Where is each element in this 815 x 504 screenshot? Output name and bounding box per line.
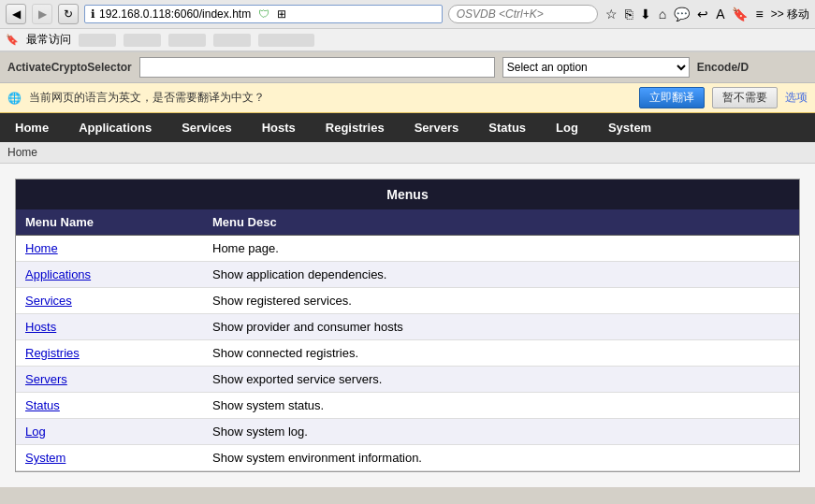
nav-home[interactable]: Home <box>0 113 64 142</box>
menu-name-cell: Services <box>16 288 203 314</box>
translation-bar: 🌐 当前网页的语言为英文，是否需要翻译为中文？ 立即翻译 暂不需要 选项 <box>0 83 815 113</box>
table-header-row: Menu Name Menu Desc <box>16 209 799 236</box>
menu-desc-cell: Show connected registries. <box>203 340 799 367</box>
menu-link[interactable]: Home <box>25 241 58 255</box>
content-area: Menus Menu Name Menu Desc HomeHome page.… <box>0 164 815 487</box>
menu-desc-cell: Show system environment information. <box>203 445 799 471</box>
menu-name-cell: Servers <box>16 367 203 393</box>
menu-link[interactable]: Registries <box>25 346 80 360</box>
bookmark-thumb-3[interactable] <box>168 34 206 47</box>
nav-hosts[interactable]: Hosts <box>247 113 311 142</box>
more-icon[interactable]: >> 移动 <box>771 7 809 22</box>
menu-desc-cell: Show application dependencies. <box>203 262 799 288</box>
table-row: ServicesShow registered services. <box>16 288 799 314</box>
crypto-select[interactable]: Select an option <box>502 57 690 78</box>
bookmark-thumb-2[interactable] <box>124 34 161 47</box>
star-icon[interactable]: ☆ <box>604 5 619 23</box>
bookmark-thumb-1[interactable] <box>79 34 116 47</box>
download-icon[interactable]: ⬇ <box>638 5 653 23</box>
copy-icon[interactable]: ⎘ <box>623 5 634 23</box>
menu-desc-cell: Show exported service servers. <box>203 367 799 393</box>
menu-link[interactable]: Hosts <box>25 320 56 334</box>
menu-desc-cell: Show registered services. <box>203 288 799 314</box>
toolbar-icons: ☆ ⎘ ⬇ ⌂ 💬 ↩ A 🔖 ≡ <box>604 5 765 23</box>
browser-toolbar: ◀ ▶ ↻ ℹ 192.168.0.118:6060/index.htm 🛡 ⊞… <box>0 0 815 29</box>
menu-name-cell: Applications <box>16 262 203 288</box>
bookmark-thumb-5[interactable] <box>258 34 314 47</box>
table-row: StatusShow system status. <box>16 393 799 419</box>
translate-button[interactable]: 立即翻译 <box>639 87 705 108</box>
home-icon[interactable]: ⌂ <box>657 5 668 23</box>
forward-button[interactable]: ▶ <box>32 4 52 24</box>
nav-applications[interactable]: Applications <box>64 113 167 142</box>
back-button[interactable]: ◀ <box>6 4 26 24</box>
nav-registries[interactable]: Registries <box>311 113 400 142</box>
menu-desc-cell: Show system log. <box>203 419 799 445</box>
table-row: ServersShow exported service servers. <box>16 367 799 393</box>
no-translate-button[interactable]: 暂不需要 <box>712 87 778 108</box>
text-icon[interactable]: A <box>714 5 726 23</box>
bookmark-thumb-4[interactable] <box>213 34 251 47</box>
menus-title: Menus <box>16 180 799 209</box>
bookmark-icon-blue: 🔖 <box>6 34 19 46</box>
menu-name-cell: Home <box>16 236 203 262</box>
menu-link[interactable]: System <box>25 451 65 465</box>
table-row: SystemShow system environment informatio… <box>16 445 799 471</box>
bookmark-icon[interactable]: 🔖 <box>730 5 750 23</box>
search-input[interactable] <box>448 5 598 23</box>
menu-link[interactable]: Status <box>25 398 60 412</box>
menu-link[interactable]: Servers <box>25 372 67 386</box>
nav-status[interactable]: Status <box>473 113 541 142</box>
nav-menu: Home Applications Services Hosts Registr… <box>0 113 815 142</box>
menu-desc-cell: Show system status. <box>203 393 799 419</box>
menu-desc-cell: Home page. <box>203 236 799 262</box>
menu-link[interactable]: Log <box>25 425 46 439</box>
undo-icon[interactable]: ↩ <box>695 5 710 23</box>
encode-label: Encode/D <box>697 61 749 74</box>
menu-name-cell: Registries <box>16 340 203 367</box>
options-link[interactable]: 选项 <box>785 90 808 106</box>
menu-name-cell: Hosts <box>16 314 203 340</box>
url-text: 192.168.0.118:6060/index.htm <box>99 7 251 21</box>
bookmarks-label: 最常访问 <box>26 32 71 48</box>
refresh-button[interactable]: ↻ <box>58 4 79 24</box>
menu-icon[interactable]: ≡ <box>753 5 764 23</box>
grid-icon: ⊞ <box>277 7 286 21</box>
bookmarks-bar: 🔖 最常访问 <box>0 29 815 51</box>
menus-container: Menus Menu Name Menu Desc HomeHome page.… <box>15 179 800 472</box>
table-row: ApplicationsShow application dependencie… <box>16 262 799 288</box>
translation-icon: 🌐 <box>7 92 22 105</box>
crypto-bar: ActivateCryptoSelector Select an option … <box>0 52 815 83</box>
menu-link[interactable]: Services <box>25 294 72 308</box>
nav-log[interactable]: Log <box>541 113 593 142</box>
menu-name-cell: Status <box>16 393 203 419</box>
browser-chrome: ◀ ▶ ↻ ℹ 192.168.0.118:6060/index.htm 🛡 ⊞… <box>0 0 815 52</box>
nav-services[interactable]: Services <box>167 113 247 142</box>
chat-icon[interactable]: 💬 <box>672 5 691 23</box>
lock-icon: ℹ <box>91 7 95 21</box>
table-row: HomeHome page. <box>16 236 799 262</box>
translation-text: 当前网页的语言为英文，是否需要翻译为中文？ <box>29 90 632 106</box>
crypto-input[interactable] <box>139 57 495 78</box>
address-bar[interactable]: ℹ 192.168.0.118:6060/index.htm 🛡 ⊞ <box>84 5 443 23</box>
main-content: Home Applications Services Hosts Registr… <box>0 113 815 487</box>
breadcrumb: Home <box>0 142 815 164</box>
menu-name-cell: Log <box>16 419 203 445</box>
table-row: RegistriesShow connected registries. <box>16 340 799 367</box>
menu-name-cell: System <box>16 445 203 471</box>
menu-link[interactable]: Applications <box>25 267 91 281</box>
crypto-label: ActivateCryptoSelector <box>7 61 132 74</box>
table-row: HostsShow provider and consumer hosts <box>16 314 799 340</box>
shield-icon: 🛡 <box>258 7 269 21</box>
menus-table: Menu Name Menu Desc HomeHome page.Applic… <box>16 209 799 471</box>
col-menu-desc: Menu Desc <box>203 209 799 236</box>
col-menu-name: Menu Name <box>16 209 203 236</box>
menu-desc-cell: Show provider and consumer hosts <box>203 314 799 340</box>
table-row: LogShow system log. <box>16 419 799 445</box>
nav-servers[interactable]: Servers <box>400 113 474 142</box>
nav-system[interactable]: System <box>593 113 666 142</box>
